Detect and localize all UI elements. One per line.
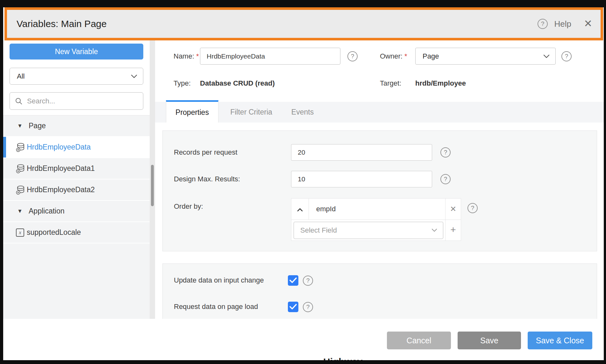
close-icon[interactable]: ✕ <box>584 10 592 38</box>
owner-select-value: Page <box>423 48 439 64</box>
dialog-title: Variables: Main Page <box>17 10 107 38</box>
variable-editor: Name: * ? Owner: * Page ? Type: Database… <box>155 40 604 319</box>
owner-label-text: Owner: <box>380 52 403 60</box>
variable-icon: x <box>16 228 24 237</box>
update-on-input-label: Update data on input change <box>174 272 264 289</box>
order-by-help-icon[interactable]: ? <box>467 203 478 213</box>
chevron-down-icon <box>431 228 437 232</box>
name-label: Name: * <box>174 48 199 65</box>
owner-label: Owner: * <box>380 48 407 65</box>
dialog-header-highlight: Variables: Main Page ? Help ✕ <box>4 7 603 40</box>
help-icon[interactable]: ? <box>538 19 548 29</box>
check-icon <box>289 304 297 310</box>
remove-order-field-button[interactable]: ✕ <box>445 199 461 220</box>
order-by-label: Order by: <box>174 198 203 215</box>
select-field-dropdown[interactable]: Select Field <box>294 222 443 239</box>
tab-filter-criteria[interactable]: Filter Criteria <box>228 102 275 122</box>
screen-background: Variables: Main Page ? Help ✕ New Variab… <box>0 0 606 364</box>
design-max-results-label: Design Max. Results: <box>174 171 240 187</box>
search-icon <box>15 97 23 105</box>
variable-filter-value: All <box>17 68 25 84</box>
records-per-request-label: Records per request <box>174 144 237 161</box>
tree-item-hrdbemployeedata2[interactable]: HrdbEmployeeData2 <box>3 179 150 201</box>
chevron-up-icon <box>297 208 303 212</box>
records-per-request-input[interactable] <box>291 144 432 161</box>
select-field-placeholder: Select Field <box>300 222 337 239</box>
sidebar-scrollbar-thumb[interactable] <box>151 165 154 206</box>
save-and-close-button[interactable]: Save & Close <box>528 332 592 349</box>
tree-group-label: Application <box>29 201 65 221</box>
sidebar-scrollbar-track[interactable] <box>150 40 155 319</box>
tree-group-page[interactable]: ▼ Page <box>3 116 150 137</box>
cancel-button[interactable]: Cancel <box>387 332 451 349</box>
selected-indicator <box>3 137 6 158</box>
order-by-editor: empId ✕ Select Field + <box>291 198 461 241</box>
data-options-panel: Update data on input change ? Request da… <box>162 263 597 319</box>
collapse-triangle-icon[interactable]: ▼ <box>17 116 23 136</box>
chevron-down-icon <box>131 74 137 78</box>
tree-item-label: HrdbEmployeeData1 <box>27 158 95 179</box>
tree-item-hrdbemployeedata1[interactable]: HrdbEmployeeData1 <box>3 158 150 179</box>
variables-sidebar: New Variable All ▼ Page <box>3 40 150 319</box>
new-variable-button[interactable]: New Variable <box>10 44 143 60</box>
tree-group-application[interactable]: ▼ Application <box>3 201 150 222</box>
background-page-text: Highway <box>323 356 362 360</box>
variable-tree: ▼ Page HrdbEmployeeData <box>3 115 150 319</box>
update-on-input-help-icon[interactable]: ? <box>303 276 313 286</box>
target-value: hrdb/Employee <box>415 79 466 88</box>
required-asterisk: * <box>196 52 199 60</box>
request-on-load-help-icon[interactable]: ? <box>303 302 313 312</box>
request-on-load-checkbox[interactable] <box>288 302 298 312</box>
name-label-text: Name: <box>174 52 194 60</box>
check-icon <box>289 277 297 283</box>
owner-help-icon[interactable]: ? <box>561 51 572 61</box>
help-link[interactable]: Help <box>554 10 571 38</box>
database-crud-icon <box>15 185 25 195</box>
tab-properties[interactable]: Properties <box>166 100 218 122</box>
update-on-input-checkbox[interactable] <box>288 275 298 286</box>
add-order-field-button[interactable]: + <box>445 220 461 241</box>
tree-item-label: supportedLocale <box>27 222 81 243</box>
dialog-footer: Highway Cancel Save Save & Close <box>3 319 604 360</box>
variable-search-box <box>10 92 143 110</box>
variables-dialog: Variables: Main Page ? Help ✕ New Variab… <box>3 7 604 360</box>
tree-item-label: HrdbEmployeeData2 <box>27 179 95 200</box>
request-on-load-label: Request data on page load <box>174 298 258 315</box>
properties-panel: Records per request ? Design Max. Result… <box>162 130 597 251</box>
sort-ascending-toggle[interactable] <box>291 199 309 220</box>
target-label: Target: <box>380 79 401 88</box>
database-crud-icon <box>15 164 25 174</box>
variable-filter-select[interactable]: All <box>10 68 143 85</box>
tab-strip <box>155 102 604 122</box>
tree-group-label: Page <box>29 116 46 136</box>
tree-item-label: HrdbEmployeeData <box>27 137 91 158</box>
tree-item-supportedlocale[interactable]: x supportedLocale <box>3 222 150 243</box>
name-input[interactable] <box>200 48 340 65</box>
records-per-request-help-icon[interactable]: ? <box>440 147 451 158</box>
tree-item-hrdbemployeedata[interactable]: HrdbEmployeeData <box>3 137 150 158</box>
order-by-field-value[interactable]: empId <box>309 199 336 220</box>
tab-events[interactable]: Events <box>288 102 317 122</box>
required-asterisk: * <box>404 52 407 60</box>
collapse-triangle-icon[interactable]: ▼ <box>17 201 23 221</box>
design-max-results-input[interactable] <box>291 171 432 187</box>
type-label: Type: <box>174 79 191 88</box>
name-help-icon[interactable]: ? <box>347 51 358 61</box>
chevron-down-icon <box>543 54 550 58</box>
save-button[interactable]: Save <box>458 332 521 349</box>
order-by-row: empId ✕ <box>291 199 461 220</box>
search-input[interactable] <box>26 93 139 109</box>
type-value: Database CRUD (read) <box>200 79 275 88</box>
owner-select[interactable]: Page <box>415 48 556 65</box>
order-by-add-row: Select Field + <box>291 220 461 241</box>
database-crud-icon <box>15 142 25 152</box>
design-max-results-help-icon[interactable]: ? <box>440 174 451 184</box>
